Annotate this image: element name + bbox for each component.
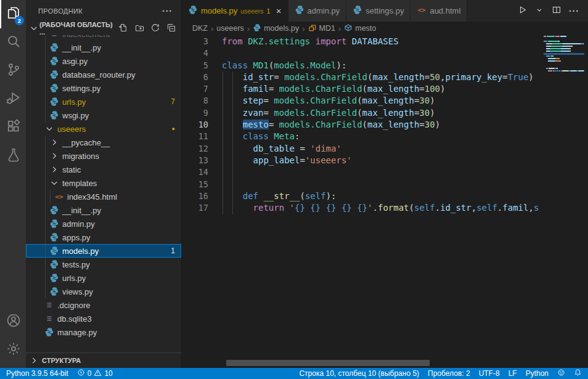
tab-settings.py[interactable]: settings.py — [346, 0, 410, 22]
breadcrumb-separator: › — [302, 24, 304, 33]
source-control-icon — [6, 62, 21, 79]
python-icon — [353, 5, 362, 17]
tab-models.py[interactable]: models.pyuseeers1× — [182, 0, 288, 22]
status-cursor-position[interactable]: Строка 10, столбец 10 (выбрано 5) — [299, 369, 419, 378]
tree-item-db.sqlite3[interactable]: db.sqlite3 — [26, 312, 181, 325]
tree-item-views.py[interactable]: views.py — [26, 285, 181, 298]
tree-item-asgi.py[interactable]: asgi.py — [26, 54, 181, 68]
tree-item-label: __pycache__ — [62, 138, 110, 147]
horizontal-scrollbar[interactable] — [226, 360, 430, 366]
tree-item-migrations[interactable]: migrations — [26, 149, 181, 163]
tree-item-urls.py[interactable]: urls.py — [26, 271, 181, 285]
chevron-down-icon — [49, 178, 59, 188]
tree-item-static[interactable]: static — [26, 163, 181, 176]
line-number: 10 — [182, 119, 208, 131]
activity-extensions-button[interactable] — [0, 113, 26, 142]
tree-item-manage.py[interactable]: manage.py — [26, 325, 181, 339]
line-number: 16 — [182, 190, 208, 202]
activity-source-control-button[interactable] — [0, 57, 26, 85]
code-line-8: 8 step= models.CharField(max_length=30) — [182, 95, 541, 107]
class-icon — [308, 23, 317, 34]
activity-testing-button[interactable] — [0, 142, 26, 170]
minimap[interactable] — [544, 36, 584, 73]
sidebar-more-button[interactable]: ··· — [162, 6, 173, 16]
line-number: 13 — [182, 155, 208, 166]
close-icon[interactable]: × — [276, 6, 282, 15]
tree-item-label: manage.py — [57, 328, 97, 337]
activity-settings-button[interactable] — [0, 336, 26, 364]
code-line-3: 3from DKZ.settings import DATABASES — [182, 36, 541, 47]
minimap-line — [544, 38, 584, 39]
run-debug-icon — [6, 91, 21, 108]
workspace-section-header[interactable]: (РАБОЧАЯ ОБЛАСТЬ) ... — [26, 22, 181, 35]
status-eol[interactable]: LF — [508, 369, 517, 378]
status-problems[interactable]: 010 — [77, 369, 113, 378]
minimap-line — [544, 63, 584, 64]
run-button[interactable] — [517, 5, 527, 17]
tab-label: models.py — [201, 6, 237, 15]
minimap-line — [544, 68, 584, 69]
status-language-mode[interactable]: Python — [526, 369, 549, 378]
code-editor[interactable]: 3from DKZ.settings import DATABASES45cla… — [182, 35, 588, 368]
breadcrumb-mesto[interactable]: mesto — [344, 23, 376, 34]
code-line-10: 10 mesto= models.CharField(max_length=30… — [182, 119, 541, 131]
tree-item-.dcignore[interactable]: .dcignore — [26, 298, 181, 312]
activity-account-button[interactable] — [0, 308, 26, 336]
tree-item-apps.py[interactable]: apps.py — [26, 230, 181, 244]
collapse-all-button[interactable] — [166, 23, 176, 34]
tab-admin.py[interactable]: admin.py — [288, 0, 347, 22]
tree-item-tests.py[interactable]: tests.py — [26, 258, 181, 271]
file-icon — [44, 300, 54, 310]
tree-item-__init__.py[interactable]: __init__.py — [26, 41, 181, 54]
tree-item-models.py[interactable]: models.py1 — [26, 244, 181, 258]
tree-item-templates[interactable]: templates — [26, 176, 181, 190]
code-indent-guide — [232, 71, 233, 214]
code-line-text: id_str= models.CharField(max_length=50,p… — [222, 71, 534, 83]
status-indentation[interactable]: Пробелов: 2 — [428, 369, 470, 378]
status-python-version-label: Python 3.9.5 64-bit — [6, 369, 68, 378]
status-feedback[interactable] — [557, 369, 565, 378]
error-icon — [77, 369, 85, 378]
code-line-text: db_table = 'dima' — [222, 143, 341, 155]
new-folder-button[interactable] — [134, 23, 144, 34]
activity-bar-bottom — [0, 308, 26, 364]
tree-item-label: static — [62, 165, 81, 174]
status-encoding-label: UTF-8 — [479, 369, 500, 378]
activity-explorer-button[interactable]: 2 — [0, 0, 26, 28]
error-count: 0 — [88, 369, 92, 378]
chevron-right-icon — [49, 165, 59, 174]
breadcrumb-MD1[interactable]: MD1 — [308, 23, 335, 34]
breadcrumb-useeers[interactable]: useeers — [216, 24, 243, 33]
tree-item-__pycache__[interactable]: __pycache__ — [26, 136, 181, 149]
breadcrumb-DKZ[interactable]: DKZ — [192, 24, 208, 33]
status-encoding[interactable]: UTF-8 — [479, 369, 500, 378]
tree-item-admin.py[interactable]: admin.py — [26, 217, 181, 230]
tree-item-wsgi.py[interactable]: wsgi.py — [26, 108, 181, 122]
activity-run-debug-button[interactable] — [0, 85, 26, 113]
activity-search-button[interactable] — [0, 28, 26, 57]
outline-section-header[interactable]: СТРУКТУРА — [26, 353, 181, 368]
tree-item-useeers[interactable]: useeers● — [26, 122, 181, 136]
minimap-line — [544, 58, 584, 59]
tree-item-urls.py[interactable]: urls.py7 — [26, 95, 181, 108]
tab-aud.html[interactable]: <>aud.html — [410, 0, 467, 22]
code-line-7: 7 famil= models.CharField(max_length=100… — [182, 83, 541, 95]
breadcrumb-separator: › — [247, 24, 250, 33]
status-python-version[interactable]: Python 3.9.5 64-bit — [6, 369, 68, 378]
field-icon — [344, 23, 353, 34]
breadcrumb-models.py[interactable]: models.py — [253, 23, 299, 34]
tree-item-__init__.py[interactable]: __init__.py — [26, 203, 181, 217]
tree-item-settings.py[interactable]: settings.py — [26, 81, 181, 95]
split-editor-button[interactable] — [552, 5, 561, 17]
tree-item-database_roouter.py[interactable]: database_roouter.py — [26, 68, 181, 81]
refresh-button[interactable] — [150, 23, 160, 34]
new-file-button[interactable] — [118, 23, 128, 34]
tree-item-label: urls.py — [62, 97, 86, 107]
account-icon — [6, 313, 21, 330]
status-notifications[interactable] — [574, 369, 582, 378]
more-actions-button[interactable]: ··· — [569, 6, 579, 16]
vscode-window: 2 ПРОВОДНИК ··· indexelement__init__.pya… — [0, 0, 588, 379]
tree-item-index345.html[interactable]: <>index345.html — [26, 190, 181, 203]
tree-item-badge: 7 — [171, 97, 175, 106]
run-dropdown-button[interactable] — [534, 5, 544, 17]
